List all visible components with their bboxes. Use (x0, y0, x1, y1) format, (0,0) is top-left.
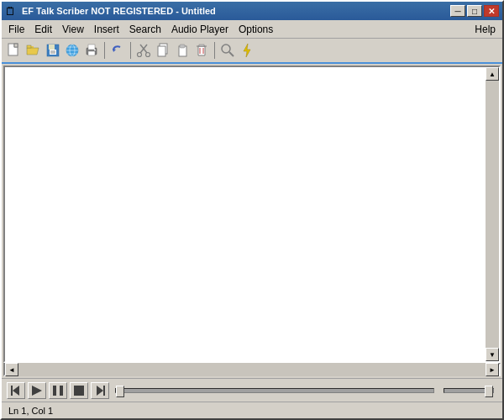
app-icon: 🗒 (5, 4, 18, 18)
menu-file[interactable]: File (3, 22, 29, 37)
volume-thumb[interactable] (485, 386, 493, 397)
play-button[interactable] (28, 382, 46, 399)
menu-view[interactable]: View (57, 22, 89, 37)
main-window: 🗒 EF Talk Scriber NOT REGISTERED - Untit… (0, 0, 504, 420)
scroll-right-arrow[interactable]: ► (486, 363, 499, 376)
menu-edit[interactable]: Edit (29, 22, 57, 37)
menu-insert[interactable]: Insert (89, 22, 124, 37)
menu-bar: File Edit View Insert Search Audio Playe… (2, 20, 502, 39)
text-editor[interactable] (5, 67, 499, 361)
status-bar: Ln 1, Col 1 (2, 402, 502, 418)
svg-rect-40 (60, 386, 63, 396)
delete-button[interactable] (192, 41, 211, 60)
window-title: EF Talk Scriber NOT REGISTERED - Untitle… (22, 6, 216, 16)
go-end-button[interactable] (91, 382, 109, 399)
svg-rect-4 (14, 44, 18, 47)
lightning-button[interactable] (238, 41, 256, 60)
separator-1 (104, 42, 105, 59)
toolbar (2, 39, 502, 64)
svg-rect-39 (53, 386, 56, 396)
cut-button[interactable] (134, 41, 153, 60)
svg-marker-43 (97, 386, 103, 396)
svg-marker-38 (32, 386, 42, 396)
publish-button[interactable] (63, 41, 81, 60)
svg-rect-36 (11, 386, 13, 396)
svg-text:🗒: 🗒 (5, 5, 16, 18)
title-bar-buttons: ─ □ ✕ (450, 5, 499, 17)
audio-player-bar (2, 378, 502, 402)
editor-area: ▲ ▼ (3, 66, 501, 363)
cursor-position: Ln 1, Col 1 (8, 406, 53, 416)
svg-rect-8 (49, 45, 55, 50)
stop-button[interactable] (70, 382, 88, 399)
editor-wrapper: ▲ ▼ ◄ ► (2, 64, 502, 378)
svg-rect-17 (88, 45, 95, 50)
svg-line-34 (229, 52, 234, 56)
svg-rect-26 (158, 46, 165, 56)
svg-rect-42 (103, 386, 105, 396)
vertical-scrollbar[interactable]: ▲ ▼ (486, 67, 499, 361)
svg-point-33 (222, 45, 230, 53)
separator-2 (130, 42, 131, 59)
svg-rect-41 (74, 386, 84, 396)
svg-rect-28 (180, 45, 185, 48)
svg-rect-6 (27, 45, 31, 48)
svg-rect-18 (88, 51, 95, 55)
svg-point-23 (138, 53, 142, 57)
scroll-left-arrow[interactable]: ◄ (5, 363, 18, 376)
scroll-up-arrow[interactable]: ▲ (486, 67, 499, 81)
svg-marker-37 (13, 386, 19, 396)
svg-rect-10 (50, 50, 55, 54)
print-button[interactable] (82, 41, 101, 60)
open-button[interactable] (24, 41, 43, 60)
volume-slider[interactable] (444, 388, 494, 393)
maximize-button[interactable]: □ (467, 5, 482, 17)
scroll-down-arrow[interactable]: ▼ (486, 348, 499, 361)
separator-3 (214, 42, 215, 59)
close-button[interactable]: ✕ (484, 5, 499, 17)
menu-audio-player[interactable]: Audio Player (166, 22, 234, 37)
find-button[interactable] (218, 41, 237, 60)
pause-button[interactable] (49, 382, 67, 399)
new-button[interactable] (5, 41, 24, 60)
svg-point-24 (146, 53, 150, 57)
go-start-button[interactable] (7, 382, 25, 399)
svg-rect-30 (199, 45, 204, 46)
undo-button[interactable] (108, 41, 127, 60)
title-bar: 🗒 EF Talk Scriber NOT REGISTERED - Untit… (2, 2, 502, 20)
horizontal-scrollbar[interactable]: ◄ ► (3, 363, 501, 376)
svg-marker-20 (113, 49, 116, 52)
svg-rect-19 (94, 50, 96, 50)
position-slider[interactable] (115, 388, 434, 393)
copy-button[interactable] (154, 41, 172, 60)
menu-help[interactable]: Help (470, 22, 501, 37)
title-bar-left: 🗒 EF Talk Scriber NOT REGISTERED - Untit… (5, 4, 216, 18)
scroll-track-v[interactable] (486, 81, 499, 348)
menu-search[interactable]: Search (124, 22, 166, 37)
position-thumb[interactable] (116, 386, 124, 397)
menu-options[interactable]: Options (234, 22, 278, 37)
minimize-button[interactable]: ─ (450, 5, 465, 17)
scroll-track-h[interactable] (18, 363, 486, 376)
save-button[interactable] (44, 41, 62, 60)
svg-marker-35 (244, 44, 250, 57)
paste-button[interactable] (173, 41, 192, 60)
